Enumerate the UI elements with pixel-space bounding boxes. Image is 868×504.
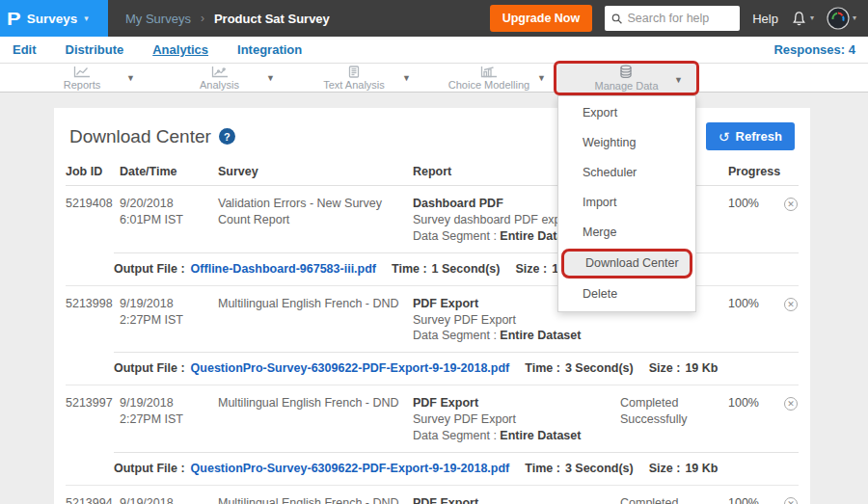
header-actions <box>784 165 799 178</box>
cancel-job-icon[interactable]: ✕ <box>784 298 798 311</box>
progress-cell: 100% <box>728 495 784 504</box>
datetime-cell: 9/19/2018 2:27PM IST <box>120 296 218 345</box>
surveys-product-menu[interactable]: P Surveys ▾ <box>0 0 108 37</box>
database-icon <box>618 65 634 79</box>
help-link[interactable]: Help <box>752 12 778 26</box>
chevron-down-icon[interactable]: ▼ <box>126 73 135 83</box>
toolbar-analysis[interactable]: Analysis ▼ <box>154 64 285 93</box>
menu-item-delete[interactable]: Delete <box>558 279 695 309</box>
refresh-label: Refresh <box>736 129 782 144</box>
analytics-toolbar: Reports ▼ Analysis ▼ Text Analysis ▼ <box>0 64 868 93</box>
job-row-group: 5213994 9/19/2018 2:26PM IST Multilingua… <box>66 486 799 504</box>
tab-integration[interactable]: Integration <box>237 42 302 57</box>
toolbar-text-analysis[interactable]: Text Analysis ▼ <box>287 64 420 93</box>
questionpro-logo: P <box>7 10 21 28</box>
breadcrumb-my-surveys[interactable]: My Surveys <box>125 12 191 26</box>
toolbar-manage-data-highlighted[interactable]: Manage Data ▼ <box>554 61 699 95</box>
table-row: 5213994 9/19/2018 2:26PM IST Multilingua… <box>66 486 799 504</box>
cancel-job-icon[interactable]: ✕ <box>784 198 798 211</box>
data-segment-label: Data Segment : <box>413 229 497 243</box>
status-cell: Completed Successfully <box>620 395 728 444</box>
search-icon <box>611 13 622 25</box>
datetime-cell: 9/19/2018 2:26PM IST <box>120 495 218 504</box>
toolbar-analysis-label: Analysis <box>200 80 239 91</box>
panel-header: Download Center ? ↺ Refresh <box>54 108 810 160</box>
job-id-cell: 5219408 <box>66 196 120 245</box>
page-title: Download Center <box>69 126 211 147</box>
chevron-down-icon: ▾ <box>810 14 814 22</box>
menu-item-import[interactable]: Import <box>558 188 695 218</box>
breadcrumb: My Surveys › Product Sat Survey <box>125 12 330 26</box>
job-id-cell: 5213998 <box>66 296 120 345</box>
report-description: Survey PDF Export <box>413 411 610 428</box>
chevron-down-icon[interactable]: ▼ <box>266 73 275 83</box>
cancel-job-icon[interactable]: ✕ <box>784 397 798 411</box>
toolbar-reports[interactable]: Reports ▼ <box>19 64 145 93</box>
chevron-down-icon: ▾ <box>84 14 89 23</box>
job-id-cell: 5213994 <box>66 495 120 504</box>
output-file-label: Output File : <box>114 361 185 375</box>
file-size: Size :19 Kb <box>649 361 719 375</box>
report-type: PDF Export <box>413 395 610 411</box>
header-progress: Progress <box>728 165 784 178</box>
output-file-row: Output File : QuestionPro-Survey-6309622… <box>114 352 799 385</box>
upgrade-now-button[interactable]: Upgrade Now <box>490 5 593 32</box>
chevron-down-icon: ▾ <box>853 14 856 22</box>
manage-data-dropdown-menu: Export Weighting Scheduler Import Merge … <box>557 95 696 312</box>
toolbar-choice-modelling-label: Choice Modelling <box>448 80 529 91</box>
help-search[interactable] <box>605 6 740 31</box>
progress-cell: 100% <box>728 395 784 444</box>
download-center-panel: Download Center ? ↺ Refresh Job ID Date/… <box>54 108 810 504</box>
chevron-down-icon[interactable]: ▼ <box>402 73 411 83</box>
report-type: PDF Export <box>413 495 610 504</box>
bar-line-chart-icon <box>480 66 498 78</box>
output-file-link[interactable]: QuestionPro-Survey-6309622-PDF-Export-9-… <box>191 462 510 475</box>
file-size: Size :19 Kb <box>649 462 719 475</box>
data-segment-label: Data Segment : <box>413 429 497 442</box>
menu-item-download-center-highlighted[interactable]: Download Center <box>561 249 692 279</box>
topbar-actions: Upgrade Now Help ▾ <box>490 5 868 32</box>
breadcrumb-separator-icon: › <box>201 12 204 25</box>
output-file-link[interactable]: Offline-Dashboard-967583-iii.pdf <box>191 262 376 276</box>
menu-item-weighting[interactable]: Weighting <box>558 128 695 158</box>
report-cell: PDF Export Survey PDF Export Data Segmen… <box>413 395 620 444</box>
survey-cell: Validation Errors - New Survey Count Rep… <box>218 196 413 245</box>
output-file-link[interactable]: QuestionPro-Survey-6309622-PDF-Export-9-… <box>191 361 510 375</box>
account-menu[interactable]: ▾ <box>827 7 856 30</box>
menu-item-export[interactable]: Export <box>558 98 695 128</box>
output-file-label: Output File : <box>114 262 185 276</box>
tab-analytics[interactable]: Analytics <box>152 42 208 57</box>
time-taken: Time :3 Second(s) <box>525 361 633 375</box>
output-file-row: Output File : QuestionPro-Survey-6309622… <box>114 452 799 485</box>
jobs-table: Job ID Date/Time Survey Report Progress … <box>54 160 810 504</box>
chevron-down-icon[interactable]: ▼ <box>674 75 683 85</box>
cancel-job-icon[interactable]: ✕ <box>784 497 798 504</box>
toolbar-choice-modelling[interactable]: Choice Modelling ▼ <box>422 64 556 93</box>
report-description: Survey PDF Export <box>413 312 610 329</box>
menu-item-scheduler[interactable]: Scheduler <box>558 158 695 188</box>
refresh-button[interactable]: ↺ Refresh <box>706 122 795 150</box>
datetime-cell: 9/19/2018 2:27PM IST <box>120 395 218 444</box>
search-input[interactable] <box>628 12 734 25</box>
responses-count[interactable]: Responses: 4 <box>773 42 855 57</box>
top-app-bar: P Surveys ▾ My Surveys › Product Sat Sur… <box>0 0 868 37</box>
survey-cell: Multilingual English French - DND <box>218 296 413 345</box>
toolbar-manage-data-label: Manage Data <box>594 81 658 92</box>
help-question-icon[interactable]: ? <box>219 128 235 145</box>
status-cell: Completed Successfully <box>620 495 728 504</box>
job-id-cell: 5213997 <box>66 395 120 444</box>
time-taken: Time :1 Second(s) <box>392 262 500 276</box>
menu-item-merge[interactable]: Merge <box>558 218 695 248</box>
job-row-group: 5213997 9/19/2018 2:27PM IST Multilingua… <box>66 385 799 486</box>
tab-edit[interactable]: Edit <box>13 42 37 57</box>
survey-section-tabs: Edit Distribute Analytics Integration Re… <box>0 37 868 64</box>
progress-cell: 100% <box>728 296 784 345</box>
tab-distribute[interactable]: Distribute <box>66 42 124 57</box>
table-row: 5213997 9/19/2018 2:27PM IST Multilingua… <box>66 385 799 452</box>
document-text-icon <box>347 66 361 78</box>
data-segment-value: Entire Dataset <box>500 429 581 442</box>
notifications-menu[interactable]: ▾ <box>791 11 814 27</box>
chevron-down-icon[interactable]: ▼ <box>537 73 546 83</box>
data-segment-label: Data Segment : <box>413 329 497 342</box>
avatar <box>827 7 850 30</box>
